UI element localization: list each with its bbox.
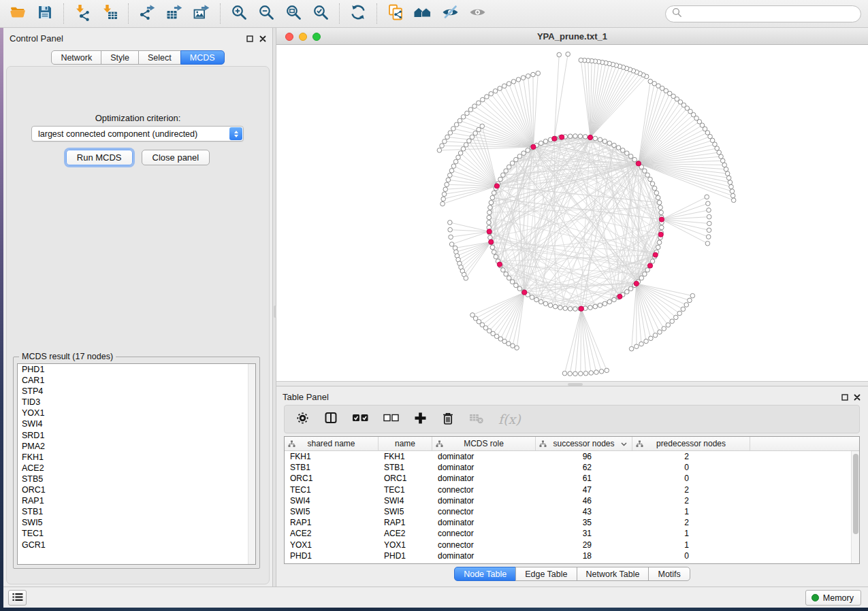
graph-node[interactable] (583, 371, 588, 376)
graph-node[interactable] (583, 135, 588, 139)
graph-node[interactable] (511, 80, 516, 84)
graph-node[interactable] (457, 118, 462, 123)
graph-mcds-node[interactable] (634, 281, 639, 286)
graph-node[interactable] (612, 143, 617, 148)
export-network-button[interactable] (133, 1, 161, 26)
close-icon[interactable] (258, 34, 267, 43)
mcds-result-item[interactable]: CAR1 (18, 375, 255, 386)
import-table-button[interactable] (96, 1, 123, 26)
gear-button[interactable] (295, 411, 310, 427)
graph-node[interactable] (461, 147, 466, 152)
graph-node[interactable] (598, 137, 602, 142)
float-icon[interactable] (840, 393, 849, 401)
graph-node[interactable] (492, 250, 496, 254)
graph-node[interactable] (656, 195, 660, 200)
table-row[interactable]: SWI4SWI4dominator462 (285, 495, 851, 506)
graph-node[interactable] (705, 195, 709, 199)
vertical-splitter-handle[interactable] (274, 306, 276, 318)
mcds-result-item[interactable]: SWI5 (18, 517, 255, 528)
delete-row-button[interactable] (441, 411, 455, 427)
graph-node[interactable] (453, 159, 458, 164)
graph-node[interactable] (650, 259, 655, 264)
graph-node[interactable] (566, 52, 570, 56)
graph-node[interactable] (589, 371, 594, 376)
graph-node[interactable] (553, 304, 558, 309)
graph-node[interactable] (501, 267, 506, 272)
graph-node[interactable] (514, 283, 519, 288)
column-header-shared-name[interactable]: shared name (285, 437, 379, 450)
graph-node[interactable] (489, 200, 494, 205)
graph-node[interactable] (593, 304, 598, 309)
graph-node[interactable] (510, 280, 515, 284)
graph-node[interactable] (448, 220, 453, 225)
graph-node[interactable] (489, 92, 494, 97)
graph-node[interactable] (458, 151, 463, 156)
graph-node[interactable] (588, 306, 593, 310)
graph-node[interactable] (725, 171, 730, 176)
graph-node[interactable] (487, 210, 492, 215)
graph-node[interactable] (517, 154, 522, 159)
graph-node[interactable] (448, 173, 453, 178)
graph-node[interactable] (451, 164, 456, 169)
graph-node[interactable] (516, 78, 521, 82)
hide-selected-button[interactable] (436, 1, 464, 26)
graph-node[interactable] (573, 134, 578, 139)
table-row[interactable]: TEC1TEC1connector472 (285, 484, 851, 495)
mcds-result-item[interactable]: STP4 (18, 386, 255, 397)
graph-node[interactable] (605, 368, 609, 373)
mcds-result-item[interactable]: STB5 (18, 474, 255, 484)
graph-node[interactable] (602, 301, 607, 306)
graph-node[interactable] (454, 122, 459, 127)
graph-node[interactable] (620, 148, 625, 153)
graph-node[interactable] (449, 168, 454, 173)
graph-node[interactable] (517, 286, 522, 291)
zoom-out-button[interactable] (253, 1, 280, 26)
save-session-button[interactable] (31, 1, 59, 26)
graph-node[interactable] (558, 306, 563, 310)
graph-node[interactable] (657, 200, 662, 205)
graph-node[interactable] (440, 144, 445, 148)
graph-node[interactable] (548, 303, 553, 308)
graph-node[interactable] (468, 108, 473, 112)
graph-node[interactable] (658, 330, 662, 335)
memory-button[interactable]: Memory (805, 590, 861, 606)
import-network-button[interactable] (69, 1, 96, 26)
graph-mcds-node[interactable] (487, 229, 492, 234)
graph-node[interactable] (645, 267, 650, 272)
graph-node[interactable] (473, 131, 478, 136)
graph-node[interactable] (507, 82, 511, 86)
network-canvas[interactable] (276, 45, 868, 381)
graph-node[interactable] (488, 205, 493, 210)
tab-network-table[interactable]: Network Table (577, 567, 649, 581)
graph-node[interactable] (656, 245, 660, 250)
graph-node[interactable] (502, 84, 507, 88)
mcds-result-list[interactable]: PHD1CAR1STP4TID3YOX1SWI4SRD1PMA2FKH1ACE2… (17, 363, 256, 565)
graph-node[interactable] (472, 104, 477, 109)
graph-node[interactable] (594, 370, 599, 375)
graph-node[interactable] (461, 114, 466, 119)
graph-node[interactable] (593, 136, 598, 141)
graph-node[interactable] (441, 197, 446, 201)
graph-node[interactable] (634, 344, 639, 349)
horizontal-splitter[interactable] (276, 381, 868, 386)
graph-mcds-node[interactable] (552, 136, 557, 141)
graph-node[interactable] (449, 242, 454, 247)
table-scrollbar-thumb[interactable] (853, 454, 858, 534)
graph-node[interactable] (681, 307, 686, 312)
tab-select[interactable]: Select (138, 50, 181, 65)
graph-node[interactable] (488, 235, 493, 240)
graph-mcds-node[interactable] (617, 294, 622, 299)
table-scrollbar[interactable] (851, 451, 859, 563)
tab-mcds[interactable]: MCDS (180, 50, 225, 65)
graph-node[interactable] (726, 176, 731, 180)
graph-node[interactable] (662, 327, 666, 331)
graph-node[interactable] (578, 371, 583, 376)
horizontal-splitter-handle[interactable] (568, 383, 583, 386)
graph-node[interactable] (719, 154, 724, 159)
graph-node[interactable] (465, 111, 470, 116)
graph-node[interactable] (706, 235, 711, 240)
select-all-button[interactable] (352, 411, 369, 427)
criterion-select[interactable]: largest connected component (undirected) (31, 126, 244, 142)
mcds-result-item[interactable]: YOX1 (18, 408, 255, 418)
graph-node[interactable] (530, 295, 534, 300)
